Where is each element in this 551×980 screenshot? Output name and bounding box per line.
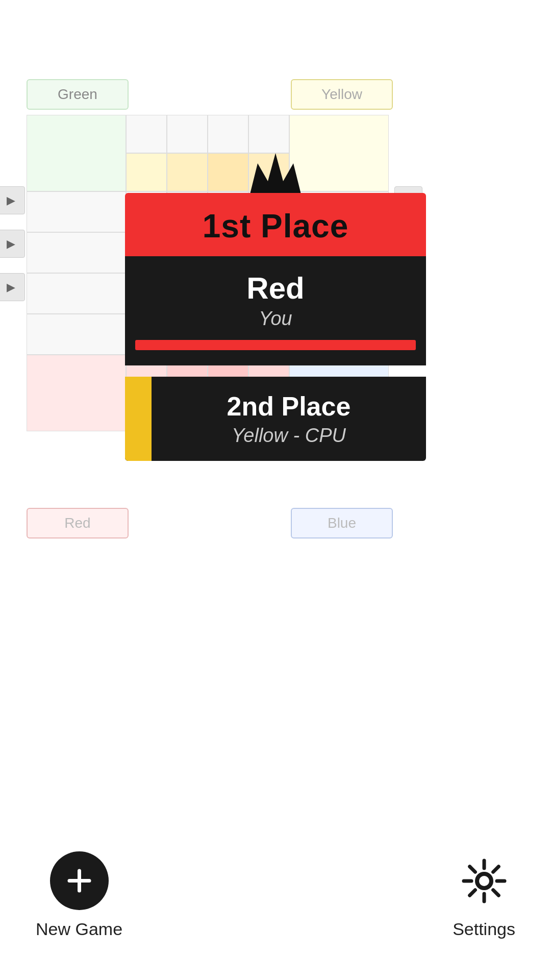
arrow-left-mid[interactable]: ▶ [0, 230, 25, 258]
svg-line-10 [493, 866, 498, 872]
first-place-header: 1st Place [125, 193, 426, 256]
settings-nav-item[interactable]: Settings [453, 851, 515, 939]
new-game-label: New Game [36, 919, 122, 939]
first-place-progress-bar [135, 340, 416, 350]
gear-icon [461, 858, 507, 904]
first-place-card: 1st Place Red You [125, 193, 426, 365]
settings-button[interactable] [455, 851, 513, 910]
crown-icon [250, 153, 301, 194]
result-overlay: 1st Place Red You 2nd Place Yellow - CPU [125, 153, 426, 461]
second-place-text-block: 2nd Place Yellow - CPU [152, 377, 426, 461]
player-label-green: Green [27, 79, 129, 110]
svg-line-9 [493, 890, 498, 895]
arrow-left-top[interactable]: ▶ [0, 186, 25, 214]
player-label-yellow: Yellow [291, 79, 393, 110]
svg-line-8 [469, 866, 475, 872]
second-place-color-bar [125, 377, 152, 461]
settings-label: Settings [453, 919, 515, 939]
arrow-left-bot[interactable]: ▶ [0, 273, 25, 301]
bottom-nav: New Game Settings [0, 851, 551, 939]
svg-line-11 [469, 890, 475, 895]
svg-marker-0 [250, 153, 301, 194]
new-game-button[interactable] [50, 851, 109, 910]
new-game-nav-item[interactable]: New Game [36, 851, 122, 939]
first-place-body: Red You [125, 256, 426, 365]
first-place-text: 1st Place [203, 208, 349, 244]
first-place-player-type: You [135, 308, 416, 330]
first-place-player-name: Red [135, 271, 416, 306]
plus-icon [65, 867, 93, 895]
second-place-card: 2nd Place Yellow - CPU [125, 377, 426, 461]
second-place-player-info: Yellow - CPU [167, 425, 411, 447]
second-place-label: 2nd Place [167, 391, 411, 422]
svg-point-3 [477, 874, 491, 888]
